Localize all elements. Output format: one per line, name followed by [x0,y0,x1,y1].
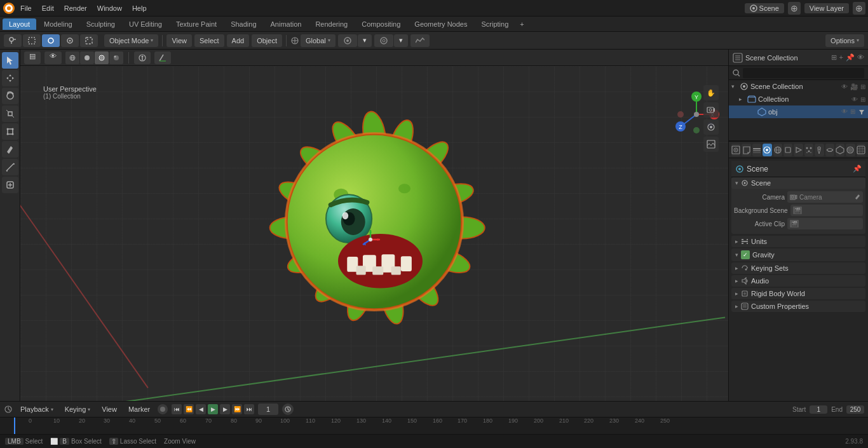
gizmos-toggle[interactable] [154,51,171,64]
transform-orientation-button[interactable]: Global ▾ [301,34,336,47]
texture-properties-tab[interactable] [857,144,865,156]
rotate-tool-button[interactable] [2,88,18,104]
tab-rendering[interactable]: Rendering [309,18,354,30]
object-menu-button[interactable]: Object [252,34,282,47]
graph-icon-btn[interactable] [410,34,430,47]
playback-speed-button[interactable] [282,404,294,415]
background-scene-value[interactable]: 🎬 [790,205,863,216]
view-menu-button[interactable]: View [98,405,121,414]
camera-edit-icon[interactable] [854,193,860,201]
end-frame-field[interactable]: 250 [846,405,864,414]
world-properties-tab[interactable] [773,144,782,156]
image-editor-button[interactable] [703,137,719,152]
viewport-canvas[interactable]: User Perspective (1) Collection [20,66,728,401]
tab-texture-paint[interactable]: Texture Paint [170,18,223,30]
scene-render-icon[interactable]: ⊞ [860,83,865,90]
outliner-pin-icon[interactable]: 📌 [846,53,855,62]
move-tool-button[interactable] [2,70,18,86]
viewport-overlay-button[interactable]: 👁 [44,51,62,64]
menu-render[interactable]: Render [59,3,92,13]
object-properties-tab[interactable] [783,144,792,156]
gravity-section[interactable]: ▾ ✓ Gravity [731,248,865,261]
tab-animation[interactable]: Animation [264,18,308,30]
proportional-options-button[interactable]: ▾ [394,34,408,47]
scene-collection-expand[interactable]: ▾ [731,83,738,90]
outliner-new-collection-icon[interactable]: + [839,53,843,62]
coll-render-icon[interactable]: ⊞ [860,96,865,103]
custom-properties-section[interactable]: ▸ Custom Properties [731,301,865,312]
add-workspace-button[interactable]: + [516,19,527,29]
view-mode-button[interactable] [4,34,22,47]
material-shading-button[interactable] [95,51,109,64]
add-object-tool-button[interactable] [2,177,18,193]
solid-shading-button[interactable] [80,51,94,64]
playback-menu-button[interactable]: Playback ▾ [17,405,57,414]
menu-window[interactable]: Window [92,3,127,13]
material-properties-tab[interactable] [846,144,855,156]
measure-tool-button[interactable] [2,159,18,175]
outliner-eye-icon[interactable]: 👁 [857,53,864,62]
collection-expand[interactable]: ▸ [739,96,745,102]
transform-tool-button[interactable] [2,123,18,140]
snap-toggle-button[interactable] [338,34,357,47]
obj-render-icon[interactable]: ⊞ [850,108,855,116]
tab-layout[interactable]: Layout [3,18,36,30]
outliner-search-input[interactable] [743,68,864,78]
output-properties-tab[interactable] [742,144,750,156]
new-view-layer-button[interactable]: ⊕ [853,2,865,15]
tab-uv-editing[interactable]: UV Editing [123,18,168,30]
record-button[interactable] [158,404,168,414]
toolbar-extra-icon-btn[interactable] [80,34,98,47]
outliner-obj-item[interactable]: obj 👁 ⊞ [729,105,868,118]
viewport-mode-button[interactable]: ▤ [24,51,41,64]
outliner-scene-collection[interactable]: ▾ Scene Collection 👁 🎥 ⊞ [729,80,868,93]
outliner-collection-item[interactable]: ▸ Collection 👁 ⊞ [729,93,868,105]
scene-camera-icon[interactable]: 🎥 [850,83,858,90]
rigid-body-world-section[interactable]: ▸ Rigid Body World [731,288,865,299]
view-layer-properties-tab[interactable] [752,144,761,156]
coll-eye-icon[interactable]: 👁 [851,96,858,103]
camera-view-button[interactable] [703,102,719,118]
data-properties-tab[interactable] [836,144,844,156]
next-frame-button[interactable]: ▶ [220,404,230,414]
tab-sculpting[interactable]: Sculpting [80,18,121,30]
jump-start-button[interactable]: ⏮ [172,404,182,414]
view-menu-button[interactable]: View [166,34,192,47]
camera-value-field[interactable]: Camera [787,191,863,203]
select-menu-button[interactable]: Select [194,34,224,47]
active-clip-value[interactable]: 🎬 [787,218,863,229]
next-keyframe-button[interactable]: ⏩ [232,404,242,414]
tweak-icon-btn[interactable] [61,34,79,47]
rendered-shading-button[interactable] [109,51,123,64]
tab-modeling[interactable]: Modeling [37,18,79,30]
add-menu-button[interactable]: Add [227,34,250,47]
physics-properties-tab[interactable] [815,144,824,156]
scene-eye-icon[interactable]: 👁 [841,83,848,90]
cursor-tool-button[interactable] [2,52,18,69]
menu-edit[interactable]: Edit [37,3,59,13]
menu-file[interactable]: File [15,3,37,13]
prev-frame-button[interactable]: ◀ [196,404,206,414]
obj-eye-icon[interactable]: 👁 [841,108,848,116]
options-button[interactable]: Options ▾ [825,34,864,47]
start-frame-field[interactable]: 1 [810,405,827,414]
gravity-checkbox[interactable]: ✓ [741,250,750,259]
scene-pin-icon[interactable]: 📌 [853,165,862,173]
outliner-filter-icon[interactable]: ⊞ [831,53,837,62]
particles-properties-tab[interactable] [804,144,813,156]
viewport-3d[interactable]: ▤ 👁 [20,50,728,401]
constraints-properties-tab[interactable] [825,144,834,156]
timeline-ruler[interactable]: 0 10 20 30 40 50 60 70 80 90 100 110 120… [0,417,868,434]
keying-sets-section[interactable]: ▸ Keying Sets [731,262,865,274]
tab-compositing[interactable]: Compositing [355,18,407,30]
tab-geometry-nodes[interactable]: Geometry Nodes [408,18,473,30]
tab-shading[interactable]: Shading [224,18,262,30]
scale-tool-button[interactable] [2,105,18,122]
play-button[interactable]: ▶ [208,404,218,414]
scene-expand-header[interactable]: ▾ Scene [731,177,865,189]
marker-menu-button[interactable]: Marker [125,405,154,414]
tab-scripting[interactable]: Scripting [475,18,515,30]
lasso-icon-btn[interactable] [42,34,60,47]
current-frame-field[interactable]: 1 [258,404,278,415]
snap-options-button[interactable]: ▾ [358,34,372,47]
